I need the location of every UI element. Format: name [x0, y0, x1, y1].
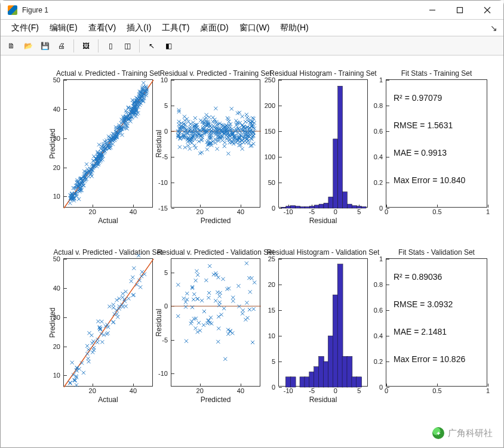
layout-1-button[interactable]: ▯ [103, 39, 118, 53]
stat-mae: MAE = 2.1481 [394, 327, 447, 336]
menu-window[interactable]: 窗口(W) [235, 21, 275, 35]
hist-bar [352, 206, 357, 208]
close-button[interactable] [474, 1, 501, 19]
hist-bar [291, 206, 296, 208]
hist-bar [305, 206, 309, 208]
toolbar-separator [73, 39, 74, 52]
hist-bar [309, 206, 314, 208]
x-tick-label: 0.5 [432, 208, 441, 215]
hist-bar [323, 362, 328, 387]
y-tick-label: 0 [379, 384, 383, 391]
y-tick-label: 1 [379, 255, 383, 262]
x-axis-label: Actual [98, 217, 118, 225]
print-button[interactable]: 🖨 [54, 39, 69, 53]
axes-val_resid[interactable]: Residual v. Predicted - Validation SetPr… [171, 258, 260, 387]
x-axis-label: Predicted [201, 217, 231, 225]
y-tick-label: 30 [53, 314, 60, 321]
minimize-button[interactable] [419, 1, 446, 19]
x-tick-label: 40 [130, 208, 137, 215]
stat-rmse: RMSE = 3.0932 [394, 299, 453, 309]
axes-title: Fit Stats - Validation Set [398, 248, 475, 257]
window-title: Figure 1 [21, 6, 48, 14]
x-tick-label: 20 [196, 387, 204, 394]
menu-edit[interactable]: 编辑(E) [45, 21, 82, 35]
save-button[interactable]: 💾 [38, 39, 52, 53]
y-tick-label: 20 [53, 343, 60, 350]
titlebar[interactable]: Figure 1 [1, 1, 503, 20]
hist-bar [338, 86, 343, 208]
x-tick-label: -5 [309, 387, 315, 394]
y-tick-label: 50 [53, 255, 60, 262]
hist-bar [347, 356, 352, 387]
x-tick-label: 1 [486, 387, 490, 394]
x-tick-label: -5 [309, 208, 315, 215]
open-button[interactable]: 📂 [21, 39, 35, 53]
figure-canvas[interactable]: ✦ 广角科研社 Actual v. Predicted - Training S… [1, 55, 503, 447]
y-tick-label: 15 [268, 307, 275, 314]
x-axis-label: Residual [309, 217, 337, 225]
watermark: ✦ 广角科研社 [432, 427, 493, 439]
x-tick-label: 40 [237, 208, 244, 215]
menu-view[interactable]: 查看(V) [84, 21, 121, 35]
axes-train_stats[interactable]: Fit Stats - Training Set00.5100.20.40.60… [386, 79, 487, 208]
hist-bar [328, 197, 333, 208]
stat-maxerror: Max Error = 10.840 [394, 175, 465, 185]
y-tick-label: 30 [53, 135, 60, 142]
axes-title: Residual v. Predicted - Training Set [159, 69, 271, 78]
menu-desktop[interactable]: 桌面(D) [195, 21, 233, 35]
axes-val_hist[interactable]: Residual Histogram - Validation SetResid… [278, 258, 368, 387]
x-tick-label: 0.5 [432, 387, 441, 394]
matlab-icon [8, 5, 17, 15]
layout-2-icon: ◫ [124, 42, 131, 50]
menu-insert[interactable]: 插入(I) [122, 21, 156, 35]
arrow-button[interactable]: ↖ [145, 39, 159, 53]
open-folder-icon: 📂 [24, 42, 33, 50]
axes-title: Fit Stats - Training Set [401, 69, 472, 78]
axes-train_scatter[interactable]: Actual v. Predicted - Training SetActual… [63, 79, 153, 208]
menu-file[interactable]: 文件(F) [7, 21, 44, 35]
y-axis-label: Predicted [48, 128, 57, 159]
hist-bar [361, 206, 366, 208]
y-tick-label: 1 [379, 76, 383, 84]
scatter-markers [68, 81, 149, 205]
axes-val_stats[interactable]: Fit Stats - Validation Set00.5100.20.40.… [386, 258, 487, 387]
hist-bar [319, 204, 324, 208]
axes-train_resid[interactable]: Residual v. Predicted - Training SetPred… [171, 79, 260, 208]
menu-overflow-icon[interactable]: ↘ [490, 23, 497, 33]
x-tick-label: -10 [284, 387, 293, 394]
axes-val_scatter[interactable]: Actual v. Predicted - Validation SetActu… [63, 258, 153, 387]
hist-bar [333, 139, 338, 208]
inspect-icon: ◧ [165, 42, 172, 50]
hist-bar [319, 356, 324, 387]
stat-r2: R² = 0.97079 [394, 93, 442, 103]
figure-button[interactable]: 🖼 [79, 39, 93, 53]
hist-bar [352, 377, 357, 387]
layout-2-button[interactable]: ◫ [120, 39, 134, 53]
hist-bar [357, 206, 361, 208]
inspect-button[interactable]: ◧ [161, 39, 176, 53]
y-tick-label: 200 [265, 102, 275, 109]
y-tick-label: 10 [53, 193, 60, 200]
toolbar-separator [98, 39, 99, 52]
y-tick-label: 40 [53, 285, 60, 292]
svg-rect-1 [457, 7, 463, 13]
wechat-icon: ✦ [432, 427, 444, 439]
y-tick-label: 0.8 [374, 281, 383, 288]
y-axis-label: Predicted [48, 307, 57, 338]
hist-bar [314, 205, 319, 208]
menu-help[interactable]: 帮助(H) [275, 21, 313, 35]
y-tick-label: 0.4 [374, 332, 383, 339]
stat-rmse: RMSE = 1.5631 [394, 121, 453, 130]
maximize-button[interactable] [446, 1, 474, 19]
menu-tools[interactable]: 工具(T) [157, 21, 194, 35]
hist-bar [357, 377, 362, 387]
y-tick-label: 40 [53, 106, 60, 113]
new-file-button[interactable]: 🗎 [4, 39, 19, 53]
x-tick-label: -10 [284, 208, 293, 215]
x-axis-label: Predicted [201, 396, 231, 404]
plot-svg [279, 80, 368, 208]
axes-train_hist[interactable]: Residual Histogram - Training SetResidua… [278, 79, 368, 208]
x-axis-label: Residual [309, 396, 337, 404]
stat-mae: MAE = 0.9913 [394, 148, 447, 157]
x-tick-label: 40 [237, 387, 244, 394]
